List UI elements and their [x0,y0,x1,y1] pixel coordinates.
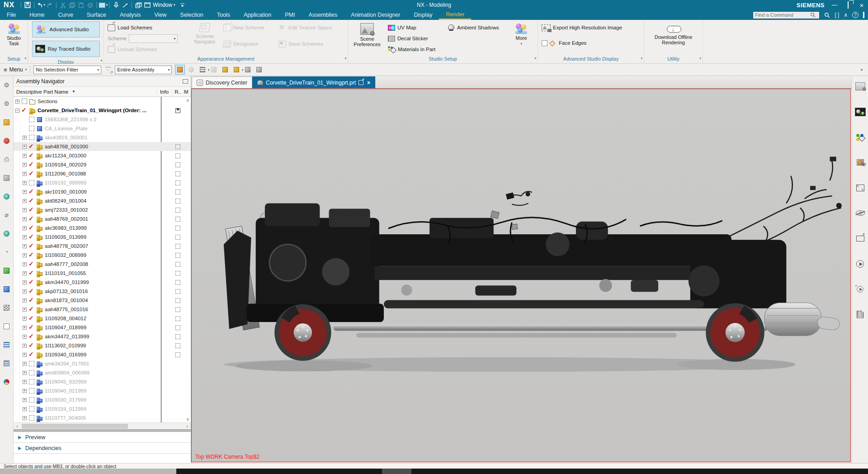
menu-tab-view[interactable]: View [147,10,173,20]
component-checkbox-checked[interactable] [29,307,34,312]
assembly-constraints-icon[interactable] [220,65,230,75]
component-checkbox[interactable] [29,379,34,384]
tree-row[interactable]: +1l109159_012999 [14,404,191,413]
scroll-right-arrow[interactable]: › [184,424,191,429]
texture-checker-icon[interactable] [2,303,11,312]
component-checkbox-checked[interactable] [29,298,34,303]
scheme-navigator-button[interactable]: Scheme Navigator [190,21,220,55]
tree-row[interactable]: +Sections [14,97,191,106]
menu-tab-home[interactable]: Home [23,10,51,20]
menu-tab-pmi[interactable]: PMI [278,10,302,20]
panel-window-icon[interactable] [183,79,188,84]
column-descriptive-part-name[interactable]: Descriptive Part Name▼ [16,89,156,95]
expand-toggle-icon[interactable]: + [23,163,27,167]
component-checkbox-checked[interactable] [29,316,34,321]
component-checkbox-checked[interactable] [29,153,34,158]
bolt-icon[interactable] [2,284,11,294]
unload-schemes-button[interactable]: Unload Schemes [106,44,188,55]
load-schemes-button[interactable]: Load Schemes [106,22,188,33]
find-command-box[interactable] [753,11,820,19]
expand-toggle-icon[interactable]: + [23,154,27,158]
cut-icon[interactable] [58,1,67,9]
materials-icon[interactable] [855,132,866,142]
point-snap-icon[interactable]: ▾ [231,65,241,75]
expand-toggle-icon[interactable]: + [23,145,27,149]
scene-preferences-button[interactable]: Scene Preferences [350,21,384,55]
component-checkbox-checked[interactable] [29,171,34,176]
component-checkbox[interactable] [29,135,34,140]
tree-row[interactable]: +1l109040_021999 [14,386,191,395]
replay-icon[interactable] [855,284,866,294]
ray-traced-editor-icon[interactable] [855,107,866,117]
tree-row[interactable]: +1l109030_017999 [14,395,191,404]
ray-traced-studio-toggle[interactable]: Ray Traced Studio [32,41,100,57]
expand-toggle-icon[interactable]: + [23,362,27,366]
tree-row[interactable]: +aah48768_001000 [14,142,191,151]
export-high-res-button[interactable]: Export High Resolution Image [540,22,624,33]
save-icon[interactable] [23,1,32,9]
tree-row[interactable]: +akm34470_011999 [14,278,191,287]
notes-list-icon[interactable] [2,340,11,349]
template-doc-icon[interactable] [2,322,11,331]
component-checkbox-checked[interactable] [29,198,34,204]
decal-sticker-button[interactable]: Decal Sticker [386,33,444,44]
menu-tab-assemblies[interactable]: Assemblies [302,10,344,20]
tree-row[interactable]: +akr11234_001000 [14,151,191,160]
tree-row[interactable]: +1l109192_009999 [14,178,191,187]
column-info[interactable]: Info [156,89,172,95]
component-checkbox-checked[interactable] [22,108,27,113]
navigator-horizontal-scrollbar[interactable]: ‹ › [14,422,191,429]
component-checkbox-checked[interactable] [29,280,34,285]
play-animation-icon[interactable] [855,259,866,269]
expand-toggle-icon[interactable]: + [23,262,27,266]
decal-doc-icon[interactable] [855,309,866,319]
expand-toggle-icon[interactable]: + [23,380,27,384]
menu-tab-display[interactable]: Display [407,10,439,20]
materials-in-part-button[interactable]: Materials in Part [386,44,444,55]
tree-row[interactable]: +akm34472_013999 [14,332,191,341]
fullscreen-icon[interactable]: [ ] [835,12,839,18]
selection-list-icon[interactable]: ▾ [198,65,208,75]
tree-row[interactable]: +aah48775_001016 [14,305,191,314]
tree-row[interactable]: +akr36983_013999 [14,223,191,232]
edit-texture-space-button[interactable]: Edit Texture Space [277,22,344,33]
expand-toggle-icon[interactable]: + [23,299,27,303]
component-checkbox[interactable] [29,415,34,421]
filter-reset-icon[interactable] [104,66,112,73]
menu-tab-tools[interactable]: Tools [210,10,237,20]
minimize-ribbon-icon[interactable]: ∧ [844,12,848,18]
tree-row[interactable]: +1l109045_032999 [14,377,191,386]
uv-map-button[interactable]: UVUV Map [386,22,444,33]
menu-tab-analysis[interactable]: Analysis [113,10,148,20]
component-checkbox-checked[interactable] [29,207,34,213]
expand-toggle-icon[interactable]: + [23,317,27,321]
help-icon[interactable]: ? [852,12,859,18]
microphone-icon[interactable] [112,1,121,9]
customize-quick-access-icon[interactable] [178,1,187,9]
move-object-icon[interactable] [209,65,219,75]
save-schemes-button[interactable]: Save Schemes [277,38,344,49]
restore-button[interactable] [844,2,852,8]
window-menu[interactable]: Window [153,2,172,8]
expand-toggle-icon[interactable]: + [23,136,27,140]
component-checkbox[interactable] [29,117,34,122]
component-checkbox-checked[interactable] [29,162,34,167]
component-checkbox[interactable] [29,406,34,412]
expand-toggle-icon[interactable]: + [23,407,27,411]
expand-toggle-icon[interactable]: + [15,100,19,104]
tree-row[interactable]: +amj72333_001002 [14,205,191,214]
expand-toggle-icon[interactable]: + [23,371,27,375]
component-checkbox[interactable] [29,361,34,366]
expand-toggle-icon[interactable]: + [23,226,27,230]
undo-icon[interactable]: ▾ [36,1,45,9]
tree-row[interactable]: +1l109032_008999 [14,251,191,260]
select-sphere-icon[interactable] [85,1,94,9]
component-checkbox-checked[interactable] [29,243,34,249]
touch-mode-icon[interactable] [121,1,130,9]
tree-row[interactable]: −Corvette_DriveTrain_01_Wiringprt (Order… [14,106,191,115]
expand-toggle-icon[interactable]: + [23,416,27,420]
designator-button[interactable]: Designator [222,38,275,49]
expand-toggle-icon[interactable]: + [23,289,27,294]
face-edges-checkbox[interactable] [542,40,547,46]
tree-row[interactable]: +akn81873_001004 [14,296,191,305]
